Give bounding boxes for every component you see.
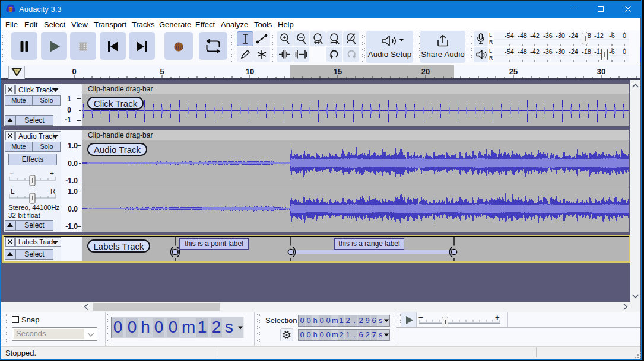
svg-text:10: 10: [246, 67, 254, 76]
svg-text:20: 20: [421, 67, 430, 76]
svg-text:5: 5: [160, 67, 164, 76]
svg-text:30: 30: [597, 67, 605, 76]
svg-text:15: 15: [334, 67, 342, 76]
svg-text:0: 0: [72, 67, 76, 76]
svg-text:25: 25: [509, 67, 518, 76]
